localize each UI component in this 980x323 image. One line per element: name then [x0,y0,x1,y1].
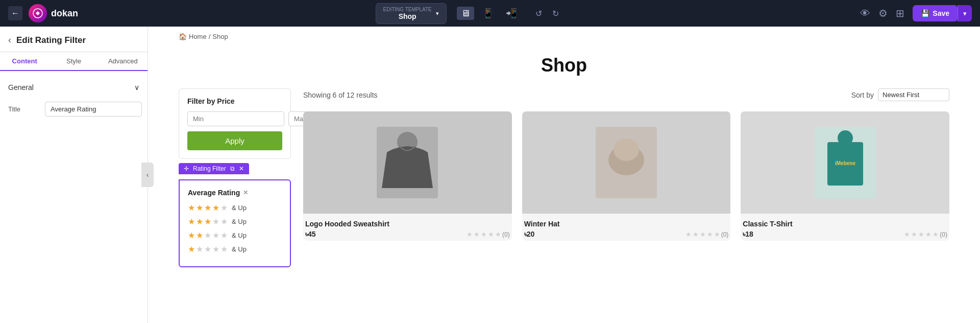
star: ★ [196,230,203,240]
title-field: Title [8,102,139,117]
editing-template-button[interactable]: EDITING TEMPLATE Shop ▾ [376,3,447,24]
general-section-header[interactable]: General ∨ [8,79,139,96]
sort-select[interactable]: Newest First Price: Low to High Price: H… [878,88,949,101]
product-image-svg [377,127,438,198]
save-dropdown-button[interactable]: ▾ [958,5,972,21]
nav-right: 👁 ⚙ ⊞ 💾 Save ▾ [860,5,972,21]
product-name: Classic T-Shirt [743,220,947,228]
star: ★ [204,203,211,213]
product-name: Winter Hat [524,220,729,228]
product-info: Winter Hat ৳20 ★ ★ ★ ★ ★ ( [522,214,731,241]
product-rating: ★ ★ ★ ★ ★ (0) [467,230,510,238]
sort-by-label: Sort by [851,91,874,99]
star: ★ [220,203,228,213]
product-area: Showing 6 of 12 results Sort by Newest F… [303,88,949,267]
top-nav: ← dokan EDITING TEMPLATE Shop ▾ 🖥 📱 📲 ↺ … [0,0,980,27]
product-rating: ★ ★ ★ ★ ★ (0) [685,230,729,238]
save-button-wrap: 💾 Save ▾ [913,5,972,21]
nav-back-button[interactable]: ← [8,6,22,20]
tab-style[interactable]: Style [49,52,98,70]
delete-icon[interactable]: ✕ [239,165,244,172]
shop-content: Filter by Price Apply ✛ Rating Filter ⧉ [148,88,980,288]
rating-filter-toolbar-label: Rating Filter [193,165,226,172]
save-button[interactable]: 💾 Save [913,5,958,21]
tab-advanced[interactable]: Advanced [99,52,148,70]
product-grid: Logo Hooded Sweatshirt ৳45 ★ ★ ★ ★ ★ [303,111,949,241]
nav-center: EDITING TEMPLATE Shop ▾ 🖥 📱 📲 ↺ ↻ [84,3,854,24]
price-min-input[interactable] [187,111,284,126]
breadcrumb-shop[interactable]: Shop [212,33,228,40]
stars-2: ★ ★ ★ ★ ★ [188,230,228,240]
product-image [522,111,731,214]
canvas-inner: 🏠 Home / Shop Shop Filter by Price [148,27,980,323]
apply-button[interactable]: Apply [187,131,282,150]
layers-button[interactable]: ⊞ [896,7,904,19]
breadcrumb: 🏠 Home / Shop [148,27,980,47]
desktop-view-button[interactable]: 🖥 [457,7,474,20]
price-filter-card: Filter by Price Apply [179,88,291,159]
star: ★ [220,244,228,254]
svg-text:iMebene: iMebene [835,160,855,166]
redo-button[interactable]: ↻ [548,7,563,20]
nav-logo: dokan [29,4,78,22]
tab-content[interactable]: Content [0,52,49,71]
tablet-view-button[interactable]: 📱 [478,7,498,20]
rating-card-title-text: Average Rating [188,189,240,197]
sidebar-title: Edit Rating Filter [16,35,86,45]
rating-row-3[interactable]: ★ ★ ★ ★ ★ & Up [188,217,282,226]
chevron-down-icon: ▾ [436,10,439,17]
star: ★ [212,203,219,213]
rating-row-2[interactable]: ★ ★ ★ ★ ★ & Up [188,230,282,240]
star: ★ [188,203,195,213]
star: ★ [196,217,203,226]
breadcrumb-home[interactable]: Home [189,33,207,40]
dokan-logo-svg [33,8,43,18]
and-up-label: & Up [232,218,247,225]
breadcrumb-sep: / [209,33,211,40]
editing-template-label: EDITING TEMPLATE [383,7,432,12]
star: ★ [212,217,219,226]
dokan-logo-icon [29,4,47,22]
svg-point-5 [614,139,639,161]
star: ★ [196,203,203,213]
rating-row-1[interactable]: ★ ★ ★ ★ ★ & Up [188,244,282,254]
clear-filter-icon[interactable]: ✕ [243,189,248,196]
sort-bar: Sort by Newest First Price: Low to High … [851,88,949,101]
star: ★ [220,217,228,226]
title-field-label: Title [8,105,39,113]
sidebar-tabs: Content Style Advanced [0,52,148,71]
title-input[interactable] [45,102,142,117]
star: ★ [204,217,211,226]
rating-filter-card: Average Rating ✕ ★ ★ ★ ★ ★ [179,179,291,267]
price-inputs [187,111,282,126]
product-price: ৳45 [305,230,316,239]
product-card: iMebene Classic T-Shirt ৳18 ★ ★ [741,111,949,241]
canvas: 🏠 Home / Shop Shop Filter by Price [148,27,980,323]
rating-filter-wrapper: ✛ Rating Filter ⧉ ✕ Average Rating ✕ [179,179,291,267]
duplicate-icon[interactable]: ⧉ [230,165,235,172]
sidebar-back-button[interactable]: ‹ [8,35,11,45]
chevron-down-icon: ∨ [134,83,139,91]
star: ★ [220,230,228,240]
stars-1: ★ ★ ★ ★ ★ [188,244,228,254]
history-buttons: ↺ ↻ [531,7,563,20]
undo-button[interactable]: ↺ [531,7,546,20]
shop-heading: Shop [148,47,980,88]
rating-row-4[interactable]: ★ ★ ★ ★ ★ & Up [188,203,282,213]
save-label: Save [933,9,949,17]
product-info: Classic T-Shirt ৳18 ★ ★ ★ ★ ★ [741,214,949,241]
product-rating: ★ ★ ★ ★ ★ (0) [904,230,947,238]
editing-template-name: Shop [383,12,432,20]
rating-filter-toolbar: ✛ Rating Filter ⧉ ✕ [179,163,249,174]
settings-button[interactable]: ⚙ [878,7,888,19]
sidebar-collapse-handle[interactable]: ‹ [141,163,154,187]
mobile-view-button[interactable]: 📲 [502,7,521,20]
preview-button[interactable]: 👁 [860,8,870,19]
move-icon: ✛ [184,165,189,172]
product-name: Logo Hooded Sweatshirt [305,220,510,228]
star: ★ [212,230,219,240]
product-image-svg [596,127,657,198]
stars-3: ★ ★ ★ ★ ★ [188,217,228,226]
sidebar: ‹ Edit Rating Filter Content Style Advan… [0,27,148,323]
filter-price-title: Filter by Price [187,97,282,105]
